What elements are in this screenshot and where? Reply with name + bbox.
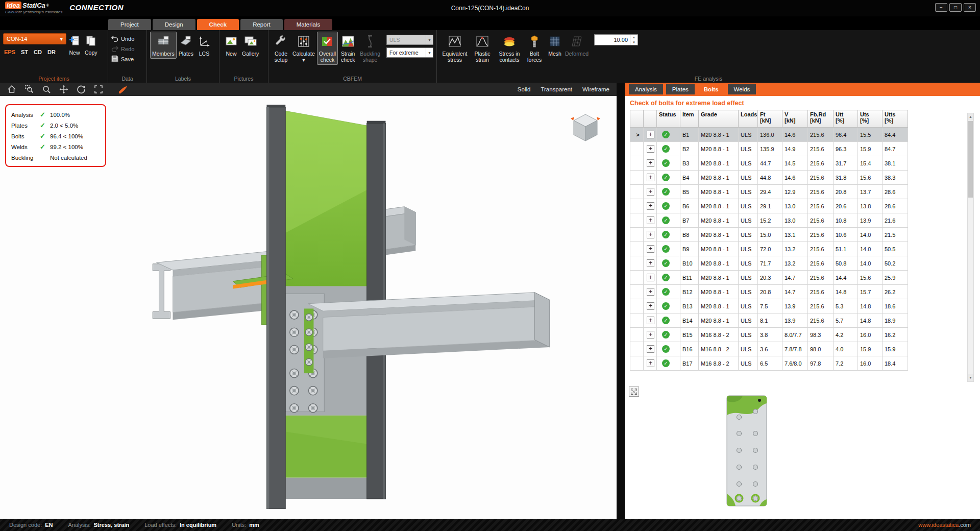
strain-check-button[interactable]: Strain check bbox=[338, 32, 358, 65]
tab-design[interactable]: Design bbox=[153, 19, 195, 30]
column-header-ft[interactable]: Ft[kN] bbox=[758, 110, 782, 128]
row-expand-button[interactable]: + bbox=[647, 288, 654, 296]
zoom-icon[interactable] bbox=[41, 84, 52, 94]
row-expand-button[interactable]: + bbox=[647, 131, 654, 138]
mode-eps-button[interactable]: EPS bbox=[4, 49, 15, 55]
table-row[interactable]: +✓B9M20 8.8 - 1ULS72.013.2215.651.114.05… bbox=[630, 242, 908, 256]
picture-gallery-button[interactable]: Gallery bbox=[240, 32, 261, 59]
save-button[interactable]: Save bbox=[111, 55, 134, 63]
row-chevron[interactable] bbox=[630, 142, 644, 156]
expand-detail-button[interactable] bbox=[629, 387, 639, 397]
minimize-button[interactable]: − bbox=[935, 3, 947, 12]
scroll-up-icon[interactable]: ▲ bbox=[968, 113, 973, 120]
row-expand-button[interactable]: + bbox=[647, 345, 654, 353]
calculate-button[interactable]: Calculate ▾ bbox=[290, 32, 317, 65]
row-chevron[interactable] bbox=[630, 256, 644, 271]
view-mode-solid[interactable]: Solid bbox=[517, 85, 532, 93]
column-header-grade[interactable]: Grade bbox=[699, 110, 739, 128]
row-chevron[interactable] bbox=[630, 185, 644, 199]
close-button[interactable]: × bbox=[964, 3, 976, 12]
picture-new-button[interactable]: New bbox=[223, 32, 240, 59]
scrollbar-thumb[interactable] bbox=[968, 121, 973, 198]
row-expand-button[interactable]: + bbox=[647, 302, 654, 310]
row-chevron[interactable] bbox=[630, 156, 644, 171]
load-case-select[interactable]: ULS ▾ bbox=[386, 35, 433, 45]
row-chevron[interactable] bbox=[630, 271, 644, 285]
labels-lcs-toggle[interactable]: LCS bbox=[195, 32, 213, 59]
row-chevron[interactable] bbox=[630, 242, 644, 256]
view-mode-wireframe[interactable]: Wireframe bbox=[581, 85, 610, 93]
equivalent-stress-button[interactable]: Equivalent stress bbox=[440, 32, 470, 65]
table-row[interactable]: +✓B10M20 8.8 - 1ULS71.713.2215.650.814.0… bbox=[630, 256, 908, 271]
bolt-forces-button[interactable]: Bolt forces bbox=[524, 32, 545, 65]
column-header-loads[interactable]: Loads bbox=[739, 110, 758, 128]
row-chevron[interactable] bbox=[630, 228, 644, 242]
view-mode-transparent[interactable]: Transparent bbox=[540, 85, 573, 93]
table-row[interactable]: +✓B6M20 8.8 - 1ULS29.113.0215.620.613.82… bbox=[630, 199, 908, 213]
maximize-button[interactable]: □ bbox=[949, 3, 962, 12]
pan-icon[interactable] bbox=[58, 84, 69, 94]
row-expand-button[interactable]: + bbox=[647, 245, 654, 253]
labels-members-toggle[interactable]: Members bbox=[150, 32, 177, 59]
plastic-strain-button[interactable]: Plastic strain bbox=[470, 32, 495, 65]
row-expand-button[interactable]: + bbox=[647, 259, 654, 267]
fit-view-icon[interactable] bbox=[93, 84, 104, 94]
row-expand-button[interactable]: + bbox=[647, 159, 654, 167]
viewport-canvas[interactable]: Analysis✓100.0% Plates✓2.0 < 5.0% Bolts✓… bbox=[0, 96, 617, 519]
zoom-window-icon[interactable] bbox=[23, 84, 35, 94]
table-row[interactable]: +✓B4M20 8.8 - 1ULS44.814.6215.631.815.63… bbox=[630, 171, 908, 185]
row-chevron[interactable] bbox=[630, 328, 644, 342]
column-header-uts[interactable]: Uts[%] bbox=[858, 110, 883, 128]
column-header-plus[interactable] bbox=[644, 110, 657, 128]
table-row[interactable]: +✓B17M16 8.8 - 2ULS6.57.6/8.097.87.216.0… bbox=[630, 356, 908, 371]
tab-project[interactable]: Project bbox=[108, 19, 151, 30]
table-row[interactable]: +✓B5M20 8.8 - 1ULS29.412.9215.620.813.72… bbox=[630, 185, 908, 199]
table-scrollbar[interactable]: ▲ ▼ bbox=[967, 113, 974, 382]
undo-button[interactable]: Undo bbox=[111, 35, 134, 43]
table-row[interactable]: +✓B8M20 8.8 - 1ULS15.013.1215.610.614.02… bbox=[630, 228, 908, 242]
extreme-select[interactable]: For extreme ▾ bbox=[386, 47, 433, 58]
connection-selector[interactable]: CON-14 ▾ bbox=[3, 33, 66, 44]
row-chevron[interactable] bbox=[630, 356, 644, 371]
row-chevron[interactable] bbox=[630, 171, 644, 185]
row-chevron[interactable] bbox=[630, 285, 644, 299]
redo-button[interactable]: Redo bbox=[111, 45, 134, 53]
rotate-icon[interactable] bbox=[76, 84, 87, 94]
tab-plates[interactable]: Plates bbox=[666, 84, 695, 94]
overall-check-button[interactable]: Overall check bbox=[317, 32, 338, 65]
table-row[interactable]: +✓B12M20 8.8 - 1ULS20.814.7215.614.815.7… bbox=[630, 285, 908, 299]
tab-bolts[interactable]: Bolts bbox=[698, 84, 725, 94]
column-header-v[interactable]: V[kN] bbox=[782, 110, 808, 128]
mode-cd-button[interactable]: CD bbox=[34, 49, 42, 55]
stress-in-contacts-button[interactable]: Stress in contacts bbox=[495, 32, 524, 65]
column-header-status[interactable]: Status bbox=[657, 110, 680, 128]
column-header-utts[interactable]: Utts[%] bbox=[883, 110, 908, 128]
table-row[interactable]: +✓B14M20 8.8 - 1ULS8.113.9215.65.714.818… bbox=[630, 313, 908, 328]
deformed-scale-input[interactable]: 10.00 ▲ ▼ bbox=[594, 34, 638, 45]
home-view-icon[interactable] bbox=[6, 84, 17, 94]
mode-dr-button[interactable]: DR bbox=[47, 49, 56, 55]
table-row[interactable]: +✓B2M20 8.8 - 1ULS135.914.9215.696.315.9… bbox=[630, 142, 908, 156]
row-expand-button[interactable]: + bbox=[647, 145, 654, 153]
row-expand-button[interactable]: + bbox=[647, 317, 654, 324]
row-expand-button[interactable]: + bbox=[647, 331, 654, 339]
copy-project-item-button[interactable]: Copy bbox=[83, 32, 100, 58]
new-project-item-button[interactable]: New bbox=[66, 32, 83, 58]
column-header-chev[interactable] bbox=[630, 110, 644, 128]
buckling-shape-button[interactable]: Buckling shape bbox=[358, 32, 382, 65]
row-chevron[interactable] bbox=[630, 199, 644, 213]
row-expand-button[interactable]: + bbox=[647, 202, 654, 210]
row-expand-button[interactable]: + bbox=[647, 216, 654, 224]
tab-welds[interactable]: Welds bbox=[728, 84, 756, 94]
row-expand-button[interactable]: + bbox=[647, 231, 654, 238]
navigation-cube[interactable] bbox=[568, 109, 603, 147]
row-chevron[interactable] bbox=[630, 313, 644, 328]
row-chevron[interactable]: > bbox=[630, 128, 644, 142]
mode-st-button[interactable]: ST bbox=[21, 49, 28, 55]
spinner-down-icon[interactable]: ▼ bbox=[630, 40, 638, 45]
tab-materials[interactable]: Materials bbox=[284, 19, 333, 30]
tab-analysis[interactable]: Analysis bbox=[629, 84, 663, 94]
row-chevron[interactable] bbox=[630, 213, 644, 228]
table-row[interactable]: +✓B15M16 8.8 - 2ULS3.88.0/7.798.34.216.0… bbox=[630, 328, 908, 342]
mesh-button[interactable]: Mesh bbox=[545, 32, 565, 59]
